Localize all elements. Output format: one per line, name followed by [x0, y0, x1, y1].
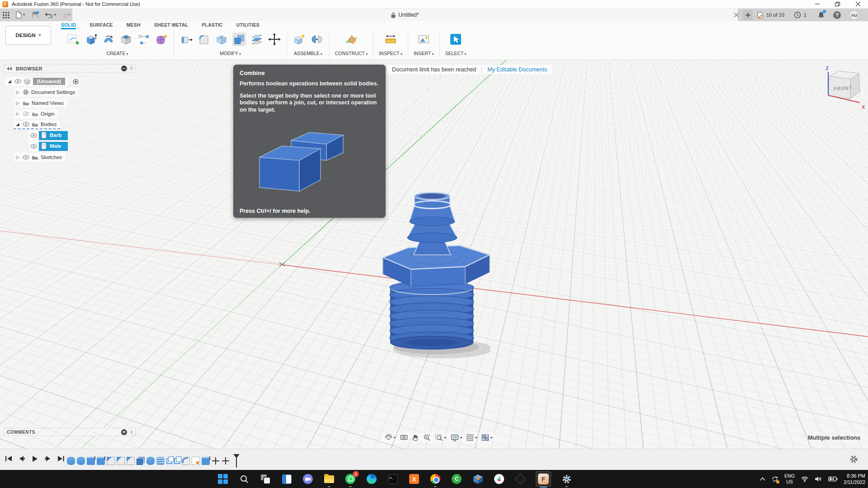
timeline-position-marker[interactable]	[233, 454, 240, 468]
press-pull-icon[interactable]	[179, 33, 193, 46]
clock-datetime[interactable]: 8:36 PM2/11/2022	[844, 473, 865, 486]
save-button[interactable]	[32, 11, 39, 19]
joint-icon[interactable]	[310, 33, 324, 46]
hide-all-button[interactable]	[121, 66, 127, 71]
settings-gear-icon[interactable]	[561, 473, 572, 485]
activate-component-radio[interactable]	[71, 77, 80, 85]
assemble-dropdown[interactable]: ASSEMBLE	[292, 51, 324, 56]
tree-item-document-settings[interactable]: ▷ Document Settings	[14, 88, 79, 97]
measure-icon[interactable]	[384, 33, 397, 46]
extrude-icon[interactable]	[84, 33, 98, 46]
select-cursor-icon[interactable]	[449, 33, 462, 46]
root-document-label[interactable]: (Unsaved)	[33, 78, 65, 85]
chrome-icon[interactable]	[429, 473, 441, 485]
grid-snap-button[interactable]	[467, 434, 477, 441]
viewports-button[interactable]	[481, 434, 493, 441]
visibility-eye-icon[interactable]	[23, 155, 29, 160]
tab-mesh[interactable]: MESH	[127, 21, 141, 28]
widgets-icon[interactable]	[281, 473, 292, 485]
play-button[interactable]	[31, 455, 39, 463]
volume-icon[interactable]	[815, 476, 822, 482]
inspect-dropdown[interactable]: INSPECT	[379, 51, 402, 56]
look-at-button[interactable]	[400, 434, 408, 441]
expanded-arrow-icon[interactable]: ◢	[7, 79, 12, 84]
feature-fillet-icon[interactable]	[182, 457, 190, 465]
user-avatar[interactable]: AU	[849, 10, 859, 20]
collapsed-arrow-icon[interactable]: ▷	[15, 112, 20, 116]
feature-sketch-icon[interactable]	[192, 457, 200, 465]
feature-cylinder-icon[interactable]	[146, 457, 155, 465]
file-explorer-icon[interactable]	[323, 473, 335, 485]
tree-item-root[interactable]: ◢ (Unsaved)	[5, 77, 69, 86]
pan-button[interactable]	[412, 434, 419, 441]
body-visibility[interactable]	[29, 142, 39, 151]
tab-plastic[interactable]: PLASTIC	[202, 21, 222, 28]
collapse-panel-icon[interactable]	[7, 67, 12, 70]
feature-chamfer-icon[interactable]	[107, 457, 115, 465]
viewport-canvas[interactable]: FRONT Z X Combine Performs boolean opera…	[0, 60, 868, 449]
teams-chat-icon[interactable]	[302, 473, 314, 485]
go-to-start-button[interactable]	[5, 455, 13, 463]
viewcube-front-face[interactable]: FRONT	[834, 85, 852, 91]
visibility-eye-icon[interactable]	[30, 133, 37, 138]
tree-item-body-male[interactable]: Male	[39, 142, 68, 151]
visibility-eye-icon[interactable]	[23, 122, 29, 127]
revolve-icon[interactable]	[102, 33, 115, 46]
undo-button[interactable]	[45, 12, 57, 18]
job-status-button[interactable]: 1	[794, 11, 807, 19]
pattern-icon[interactable]	[137, 33, 151, 46]
expanded-arrow-icon[interactable]: ◢	[15, 122, 20, 127]
search-icon[interactable]	[238, 473, 250, 485]
panel-grip[interactable]: ‖	[131, 66, 132, 71]
feature-move-icon[interactable]	[212, 457, 220, 465]
move-copy-icon[interactable]	[268, 33, 281, 46]
language-indicator[interactable]: ENGUS	[784, 473, 795, 484]
select-dropdown[interactable]: SELECT	[445, 51, 467, 56]
xampp-icon[interactable]	[408, 473, 420, 485]
new-component-icon[interactable]	[292, 33, 306, 46]
terminal-icon[interactable]	[387, 473, 399, 485]
document-tab[interactable]: Untitled*	[72, 9, 738, 21]
app-grid-menu-icon[interactable]	[3, 12, 9, 19]
zoom-button[interactable]	[423, 434, 431, 441]
insert-dropdown[interactable]: INSERT	[414, 51, 434, 56]
construct-plane-icon[interactable]	[344, 33, 358, 46]
tree-item-origin[interactable]: ▷ Origin	[14, 109, 58, 118]
create-sketch-icon[interactable]	[66, 33, 80, 46]
feature-extrude-icon[interactable]	[97, 457, 105, 465]
create-dropdown[interactable]: CREATE	[66, 51, 168, 56]
tab-close-icon[interactable]	[734, 13, 739, 17]
feature-extrude-icon[interactable]	[87, 457, 95, 465]
fillet-icon[interactable]	[197, 33, 211, 46]
tab-surface[interactable]: SURFACE	[90, 21, 113, 28]
feature-combine-icon[interactable]	[137, 457, 145, 465]
collapsed-arrow-icon[interactable]: ▷	[15, 90, 20, 94]
combine-icon[interactable]	[232, 33, 246, 46]
tab-sheet-metal[interactable]: SHEET METAL	[154, 21, 189, 28]
orbit-button[interactable]	[385, 434, 396, 441]
start-button-icon[interactable]	[217, 473, 229, 485]
offset-face-icon[interactable]	[250, 33, 264, 46]
zoom-window-button[interactable]	[435, 434, 447, 441]
display-settings-button[interactable]	[451, 434, 462, 441]
tray-overflow-chevron[interactable]	[760, 477, 765, 481]
view-cube[interactable]: FRONT Z X	[822, 66, 867, 115]
feature-pattern-icon[interactable]	[166, 458, 172, 464]
visibility-eye-icon[interactable]	[30, 144, 37, 149]
feature-pattern-icon[interactable]	[174, 458, 180, 464]
cube-3d-app-icon[interactable]	[472, 473, 484, 485]
editable-documents-link[interactable]: My Editable Documents	[487, 66, 547, 73]
tab-solid[interactable]: SOLID	[61, 21, 76, 29]
edge-browser-icon[interactable]	[366, 473, 377, 485]
feature-thread-icon[interactable]	[156, 457, 165, 465]
feature-move-icon[interactable]	[222, 457, 230, 465]
file-menu-button[interactable]	[16, 11, 25, 19]
step-back-button[interactable]	[18, 455, 26, 463]
feature-cylinder-icon[interactable]	[77, 457, 85, 465]
new-tab-button[interactable]	[743, 10, 753, 20]
wifi-icon[interactable]	[801, 476, 809, 482]
tree-item-bodies[interactable]: ◢ Bodies	[14, 120, 60, 129]
go-to-end-button[interactable]	[57, 455, 65, 463]
construct-dropdown[interactable]: CONSTRUCT	[335, 51, 368, 56]
feature-chamfer-icon[interactable]	[117, 457, 125, 465]
